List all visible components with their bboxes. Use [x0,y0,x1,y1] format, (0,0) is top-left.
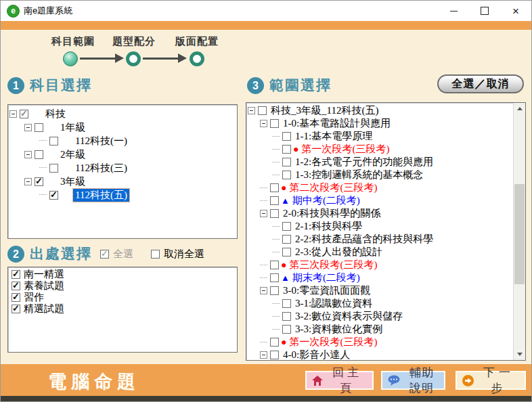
step-arrow-line [80,58,115,60]
tree-item-label[interactable]: 3-3:資料數位化實例 [293,323,384,336]
checkbox[interactable] [282,325,291,334]
checkbox[interactable] [35,150,43,159]
checkbox[interactable] [270,183,279,192]
select-all-checkbox[interactable] [100,250,109,259]
select-all-toggle-button[interactable]: 全選／取消 [437,74,524,93]
tree-item-label[interactable]: 第三次段考(三段考) [287,259,379,271]
checkbox[interactable] [282,222,291,231]
checkbox[interactable] [12,305,20,313]
tree-connector [272,303,280,305]
tree-row: 3-1:認識數位資料 [248,297,512,310]
scrollbar-thumb[interactable] [514,184,525,284]
tree-row: ●第二次段考(三段考) [248,181,512,194]
tree-item-label[interactable]: 3-2:數位資料表示與儲存 [293,310,405,323]
tree-item-label[interactable]: 3-0:零壹資訊面面觀 [281,284,372,297]
checkbox[interactable] [282,158,291,166]
tree-item-label[interactable]: 2-3:從人出發的設計 [293,246,384,259]
checkbox[interactable] [270,273,279,282]
checkbox[interactable] [270,338,279,347]
checkbox[interactable] [12,293,20,302]
tree-expander-icon[interactable] [24,178,32,185]
tree-row: 科技 [9,107,236,120]
checkbox[interactable] [49,164,58,173]
checkbox[interactable] [282,248,291,256]
tree-item-label[interactable]: 第一次段考(三段考) [299,143,391,156]
checkbox[interactable] [270,196,279,205]
scroll-up-button[interactable] [514,103,525,114]
maximize-button[interactable] [469,1,500,21]
tree-item-label[interactable]: 第一次段考(三段考) [287,336,379,349]
red-circle-icon: ● [281,261,286,270]
checkbox[interactable] [282,171,291,179]
tree-expander-icon[interactable] [9,110,17,118]
checkbox[interactable] [20,110,28,118]
next-step-button[interactable]: 下一步 [456,371,526,390]
tree-connector [39,140,47,141]
checkbox[interactable] [12,270,20,279]
close-button[interactable]: × [500,1,531,21]
checkbox[interactable] [282,132,291,141]
tree-item-label[interactable]: 3年級 [58,175,88,188]
checkbox[interactable] [270,119,279,128]
deselect-all-checkbox[interactable] [151,250,160,259]
tree-row: 112科技(三) [9,161,236,175]
tree-row: 2-3:從人出發的設計 [248,246,512,259]
tree-item-label[interactable]: 1-0:基本電路設計與應用 [281,117,393,130]
tree-item-label[interactable]: 4-0:影音小達人 [281,349,352,361]
checkbox[interactable] [282,299,291,308]
tree-item-label[interactable]: 1-1:基本電學原理 [293,130,374,143]
tree-expander-icon[interactable] [260,351,267,359]
tree-expander-icon[interactable] [24,151,32,158]
list-item: 習作 [9,292,236,303]
tree-item-label[interactable]: 科技_3年級_112科技(五) [269,104,380,117]
tree-expander-icon[interactable] [260,287,267,294]
checkbox[interactable] [270,286,279,295]
checkbox[interactable] [49,191,58,200]
tree-item-label[interactable]: 112科技(三) [73,162,129,175]
checkbox[interactable] [258,106,267,115]
scroll-down-button[interactable] [514,349,525,360]
tree-item-label[interactable]: 3-1:認識數位資料 [293,297,374,310]
checkbox[interactable] [282,312,291,321]
checkbox[interactable] [282,235,291,244]
checkbox[interactable] [270,261,279,269]
tree-expander-icon[interactable] [24,124,32,131]
step-label-layout: 版面配置 [169,35,225,48]
tree-item-label[interactable]: 2-0:科技與科學的關係 [281,207,382,220]
app-window: e 南e題庫系統 × 科目範圍 題型配分 版面配置 1 科目選擇 科技1年級11… [0,0,532,402]
tree-item-label[interactable]: 1-2:各式電子元件的功能與應用 [293,156,435,169]
tree-item-label[interactable]: 2-2:科技產品蘊含的科技與科學 [293,233,435,246]
checkbox[interactable] [12,282,20,290]
tree-item-label[interactable]: 第二次段考(三段考) [287,181,379,194]
tree-connector [272,136,280,137]
tree-item-label[interactable]: 112科技(一) [73,135,129,148]
deselect-all-label: 取消全選 [164,248,204,261]
list-item-label[interactable]: 精選試題 [24,303,64,315]
vertical-scrollbar[interactable] [513,103,525,360]
home-button[interactable]: 回主頁 [305,371,374,390]
tree-item-label[interactable]: 2年級 [58,148,88,161]
tree-item-label[interactable]: 期中考(二段考) [290,194,362,207]
tree-item-label[interactable]: 112科技(五) [73,189,129,202]
minimize-button[interactable] [438,1,469,21]
tree-item-label[interactable]: 1年級 [58,121,88,134]
checkbox[interactable] [35,177,43,186]
tree-item-label[interactable]: 2-1:科技與科學 [293,220,364,233]
checkbox[interactable] [35,123,43,132]
tree-expander-icon[interactable] [248,107,255,114]
checkbox[interactable] [49,137,58,146]
tree-item-label[interactable]: 科技 [43,108,68,120]
title-bar: e 南e題庫系統 × [1,1,531,21]
tree-row: 4-0:影音小達人 [248,349,512,361]
tree-expander-icon[interactable] [260,210,267,217]
source-list: 南一精選素養試題習作精選試題 [7,267,238,353]
tree-item-label[interactable]: 期末考(二段考) [290,271,362,284]
tree-row: 1-0:基本電路設計與應用 [248,117,512,130]
tree-item-label[interactable]: 1-3:控制邏輯系統的基本概念 [293,169,425,181]
checkbox[interactable] [282,145,291,154]
checkbox[interactable] [270,351,279,359]
tree-expander-icon[interactable] [260,120,267,127]
subject-tree: 科技1年級112科技(一)2年級112科技(三)3年級112科技(五) [7,104,238,239]
help-button[interactable]: 輔助說明 [381,371,445,390]
checkbox[interactable] [270,209,279,218]
